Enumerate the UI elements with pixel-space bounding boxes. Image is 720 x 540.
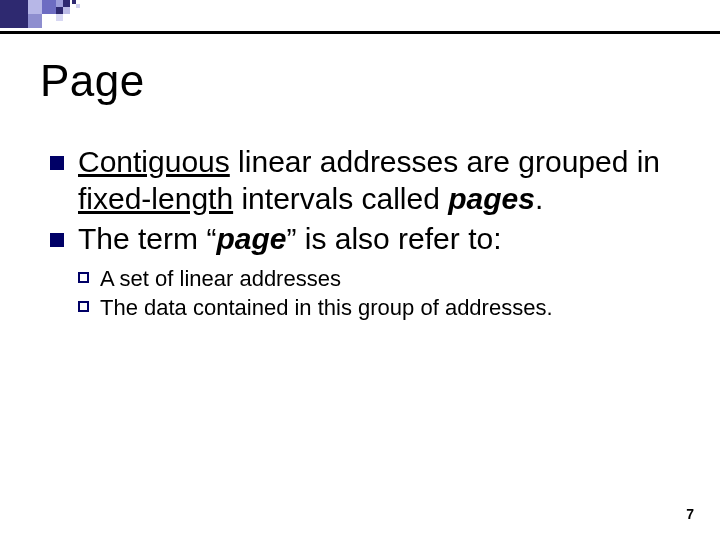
square-bullet-icon <box>50 156 64 170</box>
bullet-text: . <box>535 182 543 215</box>
bullet-level2: A set of linear addresses <box>50 264 670 294</box>
decor-square <box>56 0 63 7</box>
hollow-square-bullet-icon <box>78 272 89 283</box>
decor-square <box>76 4 80 8</box>
slide-container: Page Contiguous linear addresses are gro… <box>0 0 720 540</box>
bullet-text: ” <box>286 222 296 255</box>
bullet-text-underline: Contiguous <box>78 145 230 178</box>
square-bullet-icon <box>50 233 64 247</box>
bullet-text: intervals called <box>233 182 448 215</box>
bullet-text: linear addresses are grouped in <box>230 145 660 178</box>
page-number: 7 <box>686 506 694 522</box>
bullet-text: is also refer to: <box>296 222 501 255</box>
sub-bullet-group: A set of linear addresses The data conta… <box>50 264 670 323</box>
bullet-text-underline: fixed-length <box>78 182 233 215</box>
slide-body: Contiguous linear addresses are grouped … <box>50 144 670 323</box>
decor-square <box>63 0 70 7</box>
bullet-level1: Contiguous linear addresses are grouped … <box>50 144 670 217</box>
bullet-text: The term <box>78 222 206 255</box>
sub-bullet-text: The data contained in this group of addr… <box>100 295 553 320</box>
decor-square <box>42 0 56 14</box>
decor-square <box>0 0 28 28</box>
bullet-text: “ <box>206 222 216 255</box>
bullet-text-emphasis: page <box>216 222 286 255</box>
horizontal-rule <box>0 31 720 34</box>
bullet-text-emphasis: pages <box>448 182 535 215</box>
slide-title: Page <box>40 56 145 106</box>
bullet-level1: The term “page” is also refer to: <box>50 221 670 258</box>
decor-square <box>28 14 42 28</box>
decor-square <box>28 0 42 14</box>
bullet-level2: The data contained in this group of addr… <box>50 293 670 323</box>
sub-bullet-text: A set of linear addresses <box>100 266 341 291</box>
corner-decoration <box>0 0 200 40</box>
decor-square <box>56 7 63 14</box>
decor-square <box>56 14 63 21</box>
decor-square <box>63 7 70 14</box>
hollow-square-bullet-icon <box>78 301 89 312</box>
